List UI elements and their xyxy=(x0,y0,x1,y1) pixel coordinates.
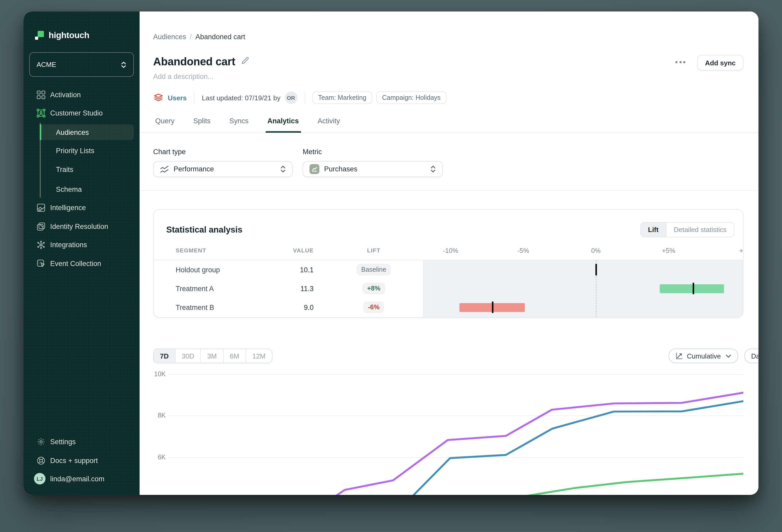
cumulative-select[interactable]: Cumulative xyxy=(669,349,738,363)
segment-name: Holdout group xyxy=(176,266,220,274)
sidebar-item-label: Event Collection xyxy=(50,259,101,267)
workspace-selector[interactable]: ACME xyxy=(29,52,134,77)
layers-icon xyxy=(153,93,164,103)
toggle-lift[interactable]: Lift xyxy=(641,222,666,237)
tab-query[interactable]: Query xyxy=(155,115,175,132)
divider xyxy=(194,92,194,104)
integrations-icon xyxy=(37,240,45,249)
sidebar-item-traits[interactable]: Traits xyxy=(24,160,140,179)
meta-row: Users Last updated: 07/19/21 by OR Team:… xyxy=(153,91,447,105)
metric-label: Metric xyxy=(303,148,322,156)
stat-card-title: Statistical analysis xyxy=(166,224,640,235)
sidebar-item-settings[interactable]: Settings xyxy=(24,432,140,451)
intelligence-icon xyxy=(37,203,45,212)
lift-toggle-group: Lift Detailed statistics xyxy=(640,222,735,237)
tag-team[interactable]: Team: Marketing xyxy=(312,92,372,104)
sidebar-item-priority-lists[interactable]: Priority Lists xyxy=(24,141,140,160)
gear-icon xyxy=(37,437,45,446)
axis-tick-label: 0% xyxy=(580,247,612,254)
edit-title-icon[interactable] xyxy=(241,57,249,67)
range-7d[interactable]: 7D xyxy=(154,349,175,363)
time-range-group: 7D 30D 3M 6M 12M xyxy=(153,349,272,363)
tab-activity[interactable]: Activity xyxy=(318,115,340,132)
range-6m[interactable]: 6M xyxy=(223,349,245,363)
chart-type-select[interactable]: Performance xyxy=(153,161,293,177)
page-title-row: Abandoned cart xyxy=(153,56,249,68)
description-placeholder[interactable]: Add a description... xyxy=(153,73,214,80)
axis-tick-label: +5% xyxy=(653,247,684,254)
last-updated-text: Last updated: 07/19/21 by xyxy=(202,94,280,102)
event-collection-icon xyxy=(37,259,45,268)
hightouch-logo[interactable]: hightouch xyxy=(35,30,90,40)
table-row: Holdout group 10.1 Baseline xyxy=(154,260,743,279)
trend-chart: 10K 8K 6K xyxy=(153,366,758,495)
toggle-detailed-statistics[interactable]: Detailed statistics xyxy=(667,222,734,237)
updated-by-avatar[interactable]: OR xyxy=(285,92,297,104)
table-row: Treatment A 11.3 +8% xyxy=(154,279,743,298)
ytick-10k: 10K xyxy=(153,370,166,378)
column-lift: LIFT xyxy=(361,247,387,253)
tab-bar: Query Splits Syncs Analytics Activity xyxy=(140,115,758,133)
range-12m[interactable]: 12M xyxy=(245,349,272,363)
sidebar-item-label: Intelligence xyxy=(50,204,86,211)
stat-rows: Holdout group 10.1 Baseline Treatment A … xyxy=(154,260,743,317)
column-segment: SEGMENT xyxy=(176,247,206,253)
stat-table-header: SEGMENT VALUE LIFT -10% -5% 0% +5% + xyxy=(154,243,743,260)
chart-type-value: Performance xyxy=(174,165,276,173)
tab-syncs[interactable]: Syncs xyxy=(229,115,249,132)
trend-line-blue xyxy=(412,401,743,495)
chevron-up-down-icon xyxy=(430,165,436,173)
sidebar-item-intelligence[interactable]: Intelligence xyxy=(24,198,140,217)
trend-lines-svg xyxy=(168,366,743,495)
metric-select[interactable]: Purchases xyxy=(303,161,443,177)
more-actions-button[interactable] xyxy=(675,61,685,63)
trend-line-purple xyxy=(334,393,743,495)
axis-tick-label: + xyxy=(725,247,743,254)
source-label: Users xyxy=(168,94,187,102)
range-30d[interactable]: 30D xyxy=(175,349,201,363)
add-sync-button[interactable]: Add sync xyxy=(697,55,743,71)
sidebar-item-account[interactable]: LJ linda@email.com xyxy=(24,469,140,488)
chevron-up-down-icon xyxy=(280,165,286,173)
breadcrumb: Audiences / Abandoned cart xyxy=(153,33,245,41)
sidebar-item-schema[interactable]: Schema xyxy=(24,180,140,199)
user-email: linda@email.com xyxy=(50,475,105,483)
sidebar-item-label: Activation xyxy=(50,91,81,99)
segment-value: 9.0 xyxy=(274,304,314,311)
chevron-up-down-icon xyxy=(121,61,127,68)
sidebar-item-audiences[interactable]: Audiences xyxy=(24,123,140,142)
page-title: Abandoned cart xyxy=(153,56,235,68)
divider xyxy=(305,92,305,104)
table-row: Treatment B 9.0 -6% xyxy=(154,298,743,317)
chevron-down-icon xyxy=(725,354,731,358)
sidebar-item-customer-studio[interactable]: Customer Studio xyxy=(24,104,140,122)
segment-name: Treatment A xyxy=(176,285,214,292)
sidebar-item-integrations[interactable]: Integrations xyxy=(24,235,140,254)
tab-splits[interactable]: Splits xyxy=(193,115,211,132)
sidebar-item-docs-support[interactable]: Docs + support xyxy=(24,451,140,470)
sidebar-item-label: Traits xyxy=(56,166,73,173)
sidebar-item-identity-resolution[interactable]: Identity Resolution xyxy=(24,217,140,236)
stat-card-header: Statistical analysis Lift Detailed stati… xyxy=(154,210,743,243)
stage: hightouch ACME Activation Customer Studi… xyxy=(0,0,782,532)
app-window: hightouch ACME Activation Customer Studi… xyxy=(24,11,758,495)
customer-studio-icon xyxy=(37,108,45,117)
sidebar-item-event-collection[interactable]: Event Collection xyxy=(24,254,140,273)
cumulative-value: Cumulative xyxy=(687,352,721,360)
tab-analytics[interactable]: Analytics xyxy=(268,115,299,132)
segment-name: Treatment B xyxy=(176,304,214,311)
lifebuoy-icon xyxy=(37,456,45,465)
sidebar-item-activation[interactable]: Activation xyxy=(24,85,140,104)
axis-tick-label: -5% xyxy=(507,247,539,254)
granularity-value: Daily xyxy=(751,352,758,360)
sidebar-item-label: Customer Studio xyxy=(50,109,103,117)
trend-line-green xyxy=(507,474,743,495)
source-chip[interactable]: Users xyxy=(153,93,187,103)
breadcrumb-audiences-link[interactable]: Audiences xyxy=(153,33,186,41)
granularity-select[interactable]: Daily xyxy=(744,349,758,363)
ytick-8k: 8K xyxy=(153,412,166,419)
tag-campaign[interactable]: Campaign: Holidays xyxy=(377,92,447,104)
range-3m[interactable]: 3M xyxy=(201,349,223,363)
ytick-6k: 6K xyxy=(153,454,166,461)
breadcrumb-separator: / xyxy=(190,33,192,41)
